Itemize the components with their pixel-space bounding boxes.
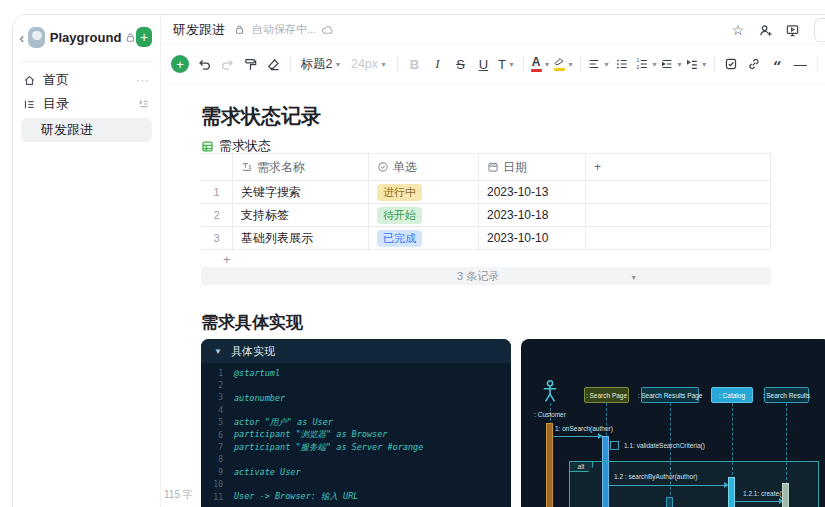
link-icon bbox=[747, 57, 761, 71]
directory-icon bbox=[23, 98, 37, 111]
column-header-name[interactable]: 需求名称 bbox=[233, 154, 369, 180]
plus-icon: + bbox=[594, 160, 601, 174]
sidebar-item-label: 目录 bbox=[43, 95, 69, 113]
favorite-button[interactable]: ☆ bbox=[726, 18, 750, 42]
collapse-icon[interactable] bbox=[138, 98, 150, 110]
toggle-list-icon bbox=[685, 57, 699, 71]
sequence-diagram[interactable]: : Customer : Search Page : Search Result… bbox=[521, 339, 825, 507]
sidebar-page-item[interactable]: 研发跟进 bbox=[21, 118, 152, 142]
toggle-list-button[interactable]: ▼ bbox=[684, 52, 709, 76]
heading-select[interactable]: 标题2▼ bbox=[296, 52, 346, 76]
redo-icon bbox=[220, 57, 235, 72]
underline-button[interactable]: U bbox=[472, 52, 495, 76]
toolbar-separator bbox=[817, 57, 818, 71]
doc-canvas[interactable]: 需求状态记录 需求状态 需求名称 单选 bbox=[161, 85, 825, 507]
cell-date[interactable]: 2023-10-13 bbox=[479, 181, 586, 203]
workspace-name: Playground bbox=[50, 30, 122, 45]
back-chevron-icon[interactable]: ‹ bbox=[17, 29, 26, 46]
home-icon bbox=[23, 74, 37, 87]
strikethrough-button[interactable]: S bbox=[449, 52, 472, 76]
undo-icon bbox=[197, 57, 212, 72]
cell-status[interactable]: 进行中 bbox=[369, 181, 479, 203]
activation-bar bbox=[728, 477, 735, 507]
svg-text:1: 1 bbox=[637, 58, 640, 63]
participant-box: : Search Results bbox=[764, 387, 809, 403]
ordered-list-button[interactable]: 12 ▼ bbox=[634, 52, 659, 76]
link-button[interactable] bbox=[743, 52, 766, 76]
cell-empty[interactable] bbox=[586, 227, 771, 249]
italic-button[interactable]: I bbox=[426, 52, 449, 76]
actor-icon bbox=[541, 379, 559, 407]
chevron-down-icon: ▼ bbox=[603, 61, 610, 68]
participant-box: : Search Page bbox=[584, 387, 629, 403]
cell-name[interactable]: 基础列表展示 bbox=[233, 227, 369, 249]
sidebar-item-directory[interactable]: 目录 bbox=[13, 92, 160, 116]
cell-date[interactable]: 2023-10-10 bbox=[479, 227, 586, 249]
bullet-list-button[interactable] bbox=[611, 52, 634, 76]
text-field-icon bbox=[241, 161, 253, 173]
checkbox-button[interactable] bbox=[720, 52, 743, 76]
code-block-title: 具体实现 bbox=[231, 344, 275, 359]
message-label: 1: onSearch(author) bbox=[555, 425, 613, 432]
present-button[interactable] bbox=[780, 18, 804, 42]
bold-button[interactable]: B bbox=[403, 52, 426, 76]
column-header-select[interactable]: 单选 bbox=[369, 154, 479, 180]
cloud-icon bbox=[321, 23, 334, 36]
sidebar-header: ‹ Playground + bbox=[13, 15, 160, 59]
chevron-down-icon: ▼ bbox=[544, 61, 551, 68]
indent-button[interactable]: ▼ bbox=[659, 52, 684, 76]
row-number-header bbox=[201, 154, 233, 180]
cell-status[interactable]: 已完成 bbox=[369, 227, 479, 249]
undo-button[interactable] bbox=[193, 52, 216, 76]
doc-title[interactable]: 研发跟进 bbox=[173, 21, 225, 39]
clear-format-button[interactable] bbox=[262, 52, 285, 76]
sidebar-item-home[interactable]: 首页 ··· bbox=[13, 68, 160, 92]
message-arrow bbox=[553, 436, 598, 437]
section-title: 需求具体实现 bbox=[201, 311, 303, 334]
code-body[interactable]: 1@startuml 2 3autonumber 4 5actor "用户" a… bbox=[201, 363, 511, 503]
cell-date[interactable]: 2023-10-18 bbox=[479, 204, 586, 226]
redo-button[interactable] bbox=[216, 52, 239, 76]
topbar-actions: ☆ 分享 bbox=[726, 18, 825, 42]
fragment-label: alt bbox=[569, 461, 593, 472]
share-button[interactable]: 分享 bbox=[814, 18, 825, 42]
format-painter-icon bbox=[243, 57, 258, 72]
cell-name[interactable]: 支持标签 bbox=[233, 204, 369, 226]
status-badge: 进行中 bbox=[377, 184, 422, 201]
create-button[interactable]: + bbox=[136, 27, 152, 47]
add-row-button[interactable]: + bbox=[201, 250, 771, 268]
font-color-button[interactable]: A ▼ bbox=[529, 52, 552, 76]
lock-icon bbox=[234, 24, 245, 35]
divider-button[interactable]: — bbox=[789, 52, 812, 76]
chevron-down-icon: ▼ bbox=[651, 61, 658, 68]
cell-empty[interactable] bbox=[586, 204, 771, 226]
align-button[interactable]: ▼ bbox=[586, 52, 611, 76]
format-painter-button[interactable] bbox=[239, 52, 262, 76]
column-header-date[interactable]: 日期 bbox=[479, 154, 586, 180]
workspace-logo bbox=[28, 27, 44, 48]
code-block[interactable]: ▼ 具体实现 1@startuml 2 3autonumber 4 5actor… bbox=[201, 339, 511, 507]
collapse-chevron-icon[interactable]: ▼ bbox=[214, 347, 222, 356]
ordered-list-icon: 12 bbox=[635, 57, 649, 71]
font-size-select[interactable]: 24px▼ bbox=[346, 52, 392, 76]
add-collaborator-button[interactable] bbox=[753, 18, 777, 42]
message-label: 1.2.1: create() bbox=[743, 490, 783, 497]
quote-button[interactable]: “ bbox=[766, 52, 789, 76]
highlight-button[interactable]: ▼ bbox=[552, 52, 575, 76]
chevron-down-icon: ▼ bbox=[567, 61, 574, 68]
cell-status[interactable]: 待开始 bbox=[369, 204, 479, 226]
more-icon[interactable]: ··· bbox=[136, 74, 150, 86]
person-plus-icon bbox=[758, 23, 773, 38]
autosave-status: 自动保存中... bbox=[252, 22, 316, 37]
row-number: 3 bbox=[201, 227, 233, 249]
cell-empty[interactable] bbox=[586, 181, 771, 203]
text-style-more-button[interactable]: T▼ bbox=[495, 52, 518, 76]
table-row: 2 支持标签 待开始 2023-10-18 bbox=[201, 204, 771, 227]
record-count-bar[interactable]: 3 条记录 ▼ bbox=[201, 267, 771, 285]
insert-button[interactable]: + bbox=[171, 55, 189, 73]
table-row: 1 关键字搜索 进行中 2023-10-13 bbox=[201, 181, 771, 204]
checkbox-icon bbox=[724, 57, 738, 71]
cell-name[interactable]: 关键字搜索 bbox=[233, 181, 369, 203]
status-badge: 已完成 bbox=[377, 230, 422, 247]
add-column-button[interactable]: + bbox=[586, 154, 771, 180]
